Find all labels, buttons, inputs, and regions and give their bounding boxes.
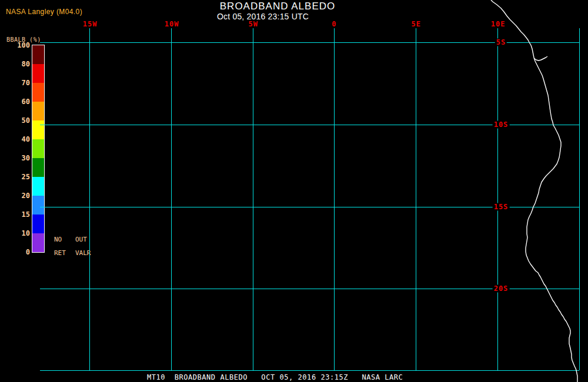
longitude-label-5E: 5E: [410, 21, 422, 28]
coastline-river-mouth: [534, 56, 547, 61]
latitude-label-20S: 20S: [493, 285, 510, 293]
longitude-label-10W: 10W: [163, 21, 181, 28]
latitude-label-15S: 15S: [493, 203, 510, 211]
longitude-label-0: 0: [330, 21, 338, 28]
longitude-label-15W: 15W: [82, 21, 99, 28]
latitude-label-10S: 10S: [493, 121, 510, 129]
status-bar: MT10 BROADBAND ALBEDO OCT 05, 2016 23:15…: [147, 373, 403, 381]
coastline: [491, 0, 577, 382]
longitude-label-10E: 10E: [490, 21, 507, 28]
longitude-label-5W: 5W: [248, 21, 259, 28]
map-canvas: [0, 0, 588, 382]
broadband-albedo-map-screen: NASA Langley (M04.0) BROADBAND ALBEDO Oc…: [0, 0, 588, 382]
latitude-label-5S: 5S: [495, 39, 507, 46]
